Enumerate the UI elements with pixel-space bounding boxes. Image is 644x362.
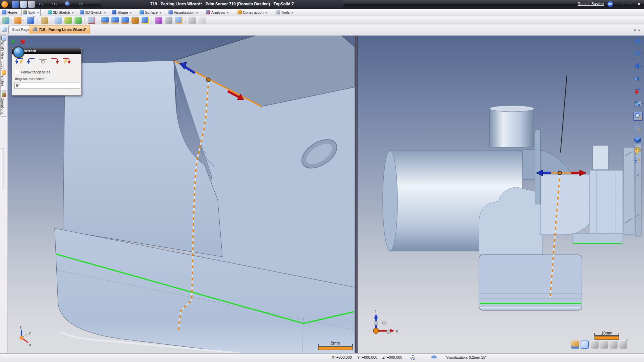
user-account-link[interactable]: Romain Bastien — [578, 2, 604, 6]
follow-tangencies-checkbox[interactable] — [15, 70, 19, 74]
zoom-window-icon[interactable] — [633, 112, 643, 121]
sidebar-item-entities[interactable]: Entities — [0, 69, 7, 90]
gray-sheets-1-icon[interactable] — [189, 17, 196, 24]
menu-2d-sketch[interactable]: 2D Sketch▼ — [48, 9, 74, 16]
undo-icon[interactable]: ↶▾ — [38, 1, 44, 8]
document-icon — [33, 27, 37, 31]
tab-parting-lines-wizard[interactable]: 719 - Parting Lines Wizard* — [29, 25, 90, 34]
coordinate-y: Y=+000,000 — [357, 355, 377, 359]
anchor-point-icon[interactable] — [38, 57, 48, 65]
shaded-glasses-icon[interactable] — [571, 341, 579, 349]
help-button[interactable]: ? — [30, 39, 33, 45]
wireframe-box-icon[interactable] — [581, 341, 589, 349]
parting-point-handle[interactable] — [207, 78, 210, 82]
orange-swoosh-icon[interactable] — [14, 17, 21, 24]
orbit-rotation-icon[interactable] — [410, 355, 416, 361]
isometric-cube-icon[interactable] — [633, 136, 642, 144]
save-icon[interactable] — [12, 1, 19, 8]
home-icon — [2, 10, 6, 14]
accept-button[interactable]: ✔ — [11, 39, 15, 45]
part-sphere-icon[interactable] — [175, 17, 182, 24]
panel-splitter-handle[interactable] — [1, 148, 4, 189]
color-palette-icon[interactable] — [633, 147, 642, 155]
view-sphere-icon[interactable]: ▾ — [64, 1, 71, 8]
model-right[interactable] — [383, 75, 641, 310]
sidebar-item-operations[interactable]: Operations — [0, 91, 7, 117]
close-button[interactable]: ✕ — [635, 1, 643, 7]
model-left[interactable] — [55, 36, 355, 353]
menu-surface[interactable]: Surface▼ — [140, 9, 162, 16]
green-part-icon[interactable] — [74, 17, 82, 24]
cancel-button[interactable]: ✖ — [20, 39, 25, 45]
tab-close-icon[interactable]: ✕ — [638, 28, 641, 32]
gray-mode-3-icon[interactable] — [609, 341, 618, 349]
menu-construction[interactable]: Construction▼ — [237, 9, 268, 16]
minimize-button[interactable]: – — [619, 1, 627, 7]
menu-tools[interactable]: Tools▼ — [276, 9, 294, 16]
copy-icon[interactable] — [20, 1, 27, 8]
mouse-percent-icon[interactable]: % — [27, 17, 34, 24]
print-icon[interactable] — [28, 1, 35, 8]
gray-sheets-2-icon[interactable] — [199, 17, 206, 24]
monitor-icon — [168, 10, 173, 14]
translucent-cube-icon[interactable] — [54, 17, 62, 24]
wizard-toolbar — [15, 57, 72, 66]
step-backward-icon[interactable] — [26, 57, 36, 65]
filter-funnel-icon[interactable]: ▾ — [633, 62, 642, 70]
gold-curve-icon[interactable] — [41, 17, 48, 24]
chevron-down-icon[interactable]: ▾ — [22, 19, 24, 22]
translate-arrows-icon[interactable]: ▾ — [633, 50, 642, 58]
angular-tolerance-input[interactable] — [14, 82, 80, 89]
yellow-green-parts-icon[interactable] — [64, 17, 72, 24]
step-backward-fast-icon[interactable] — [15, 57, 24, 65]
document-tab-bar: Start Page 719 - Parting Lines Wizard* ▼… — [0, 24, 644, 36]
operations-icon — [2, 93, 6, 97]
menu-3d-sketch[interactable]: 3D Sketch▼ — [80, 9, 106, 16]
redo-icon[interactable]: ↷▾ — [51, 1, 58, 8]
maximize-button[interactable]: □ — [627, 1, 635, 7]
step-forward-icon[interactable] — [50, 57, 59, 65]
svg-text:?: ? — [638, 158, 641, 164]
menu-visualization[interactable]: Visualization▼ — [168, 9, 198, 16]
gray-mode-percent-icon[interactable]: % — [619, 341, 627, 349]
contextual-help-icon[interactable]: ? — [633, 157, 642, 165]
chart-arrow-icon[interactable] — [2, 17, 9, 24]
menu-home[interactable]: Home — [2, 9, 17, 16]
zoom-magnifier-icon[interactable] — [633, 125, 642, 133]
gray-mode-2-icon[interactable] — [600, 341, 608, 349]
locked-arrow-icon[interactable] — [633, 87, 642, 95]
ribbon-toolbar: ▾ ▾ % — [0, 16, 644, 25]
part-axes-icon[interactable] — [88, 17, 95, 24]
pan-arrows-icon[interactable] — [633, 38, 642, 46]
tab-list-dropdown-icon[interactable]: ▼ — [633, 28, 637, 32]
menu-shape[interactable]: Shape▼ — [112, 9, 132, 16]
filter-funnel-small-icon[interactable] — [633, 75, 642, 83]
separator — [185, 17, 185, 23]
layers-icon[interactable] — [431, 355, 437, 361]
viewport-splitter[interactable] — [355, 36, 358, 353]
3d-view-side[interactable]: z x 10mm — [358, 36, 644, 353]
gray-mode-1-icon[interactable] — [591, 341, 599, 349]
refresh-icon[interactable]: ⟳ — [78, 1, 85, 8]
mold-part-3-icon[interactable] — [121, 17, 129, 24]
purple-part-icon[interactable] — [155, 17, 162, 24]
analysis-chart-icon — [206, 10, 210, 14]
gray-parts-icon[interactable] — [165, 17, 172, 24]
pencil-3d-icon — [80, 10, 84, 14]
step-forward-fast-icon[interactable] — [62, 57, 71, 65]
mold-part-1-icon[interactable] — [101, 17, 109, 24]
mold-part-2-icon[interactable] — [111, 17, 119, 24]
mold-part-4-icon[interactable] — [131, 17, 139, 24]
user-avatar-badge[interactable]: RB — [607, 1, 613, 7]
menu-analysis[interactable]: Analysis▼ — [206, 9, 229, 16]
viewport-right[interactable]: z x 10mm — [358, 36, 644, 353]
separator — [38, 17, 38, 23]
parting-point-handle[interactable] — [558, 171, 562, 175]
mold-part-bolt-icon[interactable] — [142, 17, 149, 24]
chevron-down-icon[interactable]: ▾ — [10, 19, 12, 22]
menu-bar: Home Split▼ 2D Sketch▼ 3D Sketch▼ Shape▼… — [0, 9, 644, 17]
svg-text:5mm: 5mm — [331, 341, 340, 346]
viewports-grid-icon[interactable]: ▾ — [633, 100, 642, 108]
separator — [152, 17, 152, 23]
menu-split[interactable]: Split▼ — [21, 9, 41, 16]
